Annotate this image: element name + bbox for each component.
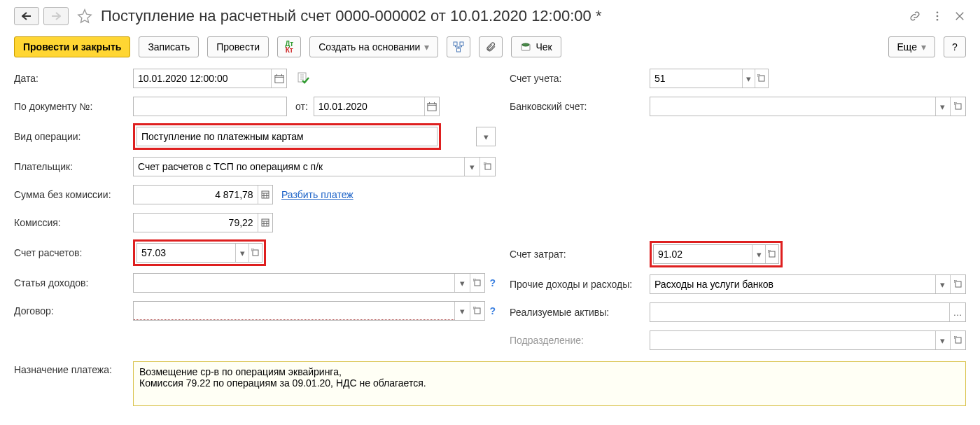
dept-label: Подразделение: bbox=[510, 335, 650, 346]
other-input[interactable] bbox=[650, 275, 935, 293]
calculator-icon[interactable] bbox=[258, 214, 272, 232]
open-icon[interactable] bbox=[765, 245, 778, 263]
op-type-dropdown[interactable]: ▾ bbox=[476, 127, 496, 146]
favorite-star-icon[interactable] bbox=[77, 8, 92, 24]
nav-back-button[interactable] bbox=[14, 7, 39, 25]
ellipsis-icon[interactable]: … bbox=[949, 303, 965, 321]
write-button[interactable]: Записать bbox=[139, 36, 199, 57]
dept-input[interactable] bbox=[650, 331, 935, 349]
date-input[interactable] bbox=[134, 69, 271, 88]
help-hint-icon[interactable]: ? bbox=[489, 305, 496, 316]
svg-rect-21 bbox=[955, 337, 961, 343]
chevron-down-icon[interactable]: ▾ bbox=[935, 275, 951, 293]
post-and-close-button[interactable]: Провести и закрыть bbox=[14, 36, 130, 57]
settlement-acc-field[interactable]: ▾ bbox=[136, 243, 262, 263]
sum-input[interactable] bbox=[134, 186, 258, 204]
bank-acc-input[interactable] bbox=[650, 97, 935, 116]
open-icon[interactable] bbox=[950, 331, 965, 349]
income-input[interactable] bbox=[134, 274, 454, 292]
create-based-on-button[interactable]: Создать на основании ▾ bbox=[309, 36, 438, 57]
acct-acc-input[interactable] bbox=[650, 69, 742, 88]
payment-memo[interactable] bbox=[133, 361, 966, 406]
bank-acc-field[interactable]: ▾ bbox=[650, 97, 966, 116]
svg-rect-14 bbox=[253, 250, 258, 256]
doc-num-label: По документу №: bbox=[14, 101, 133, 112]
split-payment-link[interactable]: Разбить платеж bbox=[281, 189, 354, 200]
help-button[interactable]: ? bbox=[944, 36, 966, 57]
more-vertical-icon[interactable] bbox=[931, 10, 944, 22]
contract-field[interactable]: ▾ bbox=[133, 301, 485, 321]
chevron-down-icon[interactable]: ▾ bbox=[935, 331, 951, 349]
open-icon[interactable] bbox=[470, 274, 485, 292]
cost-acc-input[interactable] bbox=[654, 245, 752, 263]
svg-rect-16 bbox=[475, 308, 480, 314]
svg-point-1 bbox=[937, 15, 939, 18]
svg-rect-19 bbox=[769, 251, 775, 257]
arrow-left-icon bbox=[22, 12, 31, 20]
chevron-down-icon[interactable]: ▾ bbox=[742, 69, 755, 88]
more-button[interactable]: Еще ▾ bbox=[888, 36, 936, 57]
cost-acc-field[interactable]: ▾ bbox=[653, 244, 779, 264]
settlement-acc-input[interactable] bbox=[137, 244, 235, 262]
check-button[interactable]: Чек bbox=[511, 36, 561, 57]
chevron-down-icon[interactable]: ▾ bbox=[752, 245, 765, 263]
income-field[interactable]: ▾ bbox=[133, 273, 485, 293]
page-title: Поступление на расчетный счет 0000-00000… bbox=[101, 7, 601, 25]
chevron-down-icon[interactable]: ▾ bbox=[477, 127, 495, 146]
close-icon[interactable] bbox=[953, 10, 966, 22]
assets-field[interactable]: … bbox=[650, 302, 966, 322]
dtkt-icon: ДтКт bbox=[285, 41, 293, 53]
chevron-down-icon[interactable]: ▾ bbox=[464, 158, 479, 176]
chevron-down-icon: ▾ bbox=[424, 41, 429, 53]
svg-point-0 bbox=[937, 11, 939, 13]
doc-from-field[interactable] bbox=[314, 97, 440, 116]
calculator-icon[interactable] bbox=[258, 186, 272, 204]
assets-input[interactable] bbox=[650, 303, 949, 321]
contract-label: Договор: bbox=[14, 305, 133, 316]
date-field[interactable] bbox=[133, 69, 287, 88]
payer-input[interactable] bbox=[134, 158, 464, 176]
chevron-down-icon[interactable]: ▾ bbox=[235, 244, 248, 262]
open-icon[interactable] bbox=[470, 302, 485, 320]
chevron-down-icon[interactable]: ▾ bbox=[454, 302, 470, 320]
open-icon[interactable] bbox=[950, 97, 965, 116]
chevron-down-icon[interactable]: ▾ bbox=[935, 97, 951, 116]
svg-rect-17 bbox=[759, 76, 764, 81]
op-type-input[interactable] bbox=[137, 127, 437, 146]
open-icon[interactable] bbox=[755, 69, 768, 88]
link-icon[interactable] bbox=[909, 10, 921, 22]
help-hint-icon[interactable]: ? bbox=[489, 277, 496, 288]
doc-from-input[interactable] bbox=[314, 97, 424, 116]
attach-button[interactable] bbox=[479, 36, 503, 57]
payer-field[interactable]: ▾ bbox=[133, 157, 496, 176]
dtkt-button[interactable]: ДтКт bbox=[277, 36, 301, 57]
other-field[interactable]: ▾ bbox=[650, 274, 966, 294]
commission-input[interactable] bbox=[134, 214, 258, 232]
nav-forward-button[interactable] bbox=[43, 7, 69, 25]
op-type-label: Вид операции: bbox=[14, 131, 133, 142]
commission-field[interactable] bbox=[133, 213, 273, 232]
svg-rect-5 bbox=[457, 48, 461, 52]
chevron-down-icon[interactable]: ▾ bbox=[454, 274, 470, 292]
structure-button[interactable] bbox=[447, 36, 470, 57]
svg-rect-10 bbox=[428, 104, 436, 111]
calendar-icon[interactable] bbox=[271, 69, 286, 88]
doc-num-field[interactable] bbox=[133, 97, 287, 116]
svg-point-7 bbox=[522, 43, 529, 46]
svg-rect-20 bbox=[955, 281, 961, 287]
open-icon[interactable] bbox=[248, 244, 262, 262]
open-icon[interactable] bbox=[479, 158, 495, 176]
acct-acc-field[interactable]: ▾ bbox=[650, 69, 769, 88]
receipt-icon bbox=[520, 41, 531, 53]
doc-from-label: от: bbox=[295, 101, 308, 112]
contract-input[interactable] bbox=[134, 302, 454, 320]
sum-field[interactable] bbox=[133, 185, 273, 204]
op-type-field[interactable] bbox=[136, 127, 438, 146]
post-button[interactable]: Провести bbox=[207, 36, 269, 57]
svg-rect-4 bbox=[460, 42, 463, 46]
dept-field[interactable]: ▾ bbox=[650, 330, 966, 350]
open-icon[interactable] bbox=[950, 275, 965, 293]
cost-acc-label: Счет затрат: bbox=[510, 249, 650, 260]
doc-num-input[interactable] bbox=[134, 97, 286, 116]
calendar-icon[interactable] bbox=[424, 97, 439, 116]
